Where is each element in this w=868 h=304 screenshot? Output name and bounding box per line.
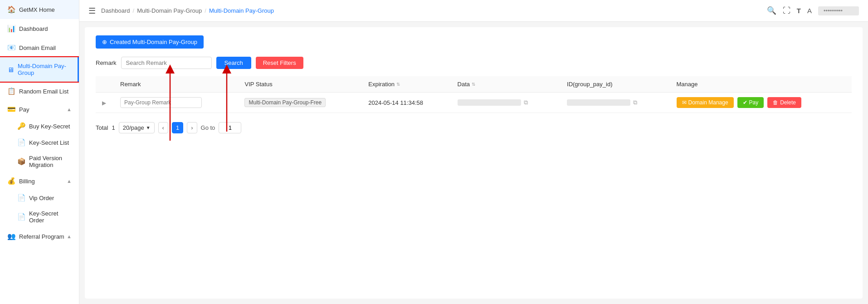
th-expand <box>96 76 114 93</box>
vip-icon: 📄 <box>17 194 25 202</box>
id-placeholder-bar <box>567 99 630 106</box>
sidebar-section-billing[interactable]: 💰 Billing ▲ <box>0 172 79 190</box>
th-id: ID(group_pay_id) <box>561 76 670 93</box>
billing-icon: 💰 <box>7 177 15 185</box>
action-buttons: ✉ Domain Manage ✔ Pay 🗑 Delete <box>677 97 845 108</box>
topbar: ☰ Dashboard / Multi-Domain Pay-Group / M… <box>79 0 868 22</box>
row-vip-status-cell: Multi-Domain Pay-Group-Free <box>238 93 362 113</box>
th-manage-label: Manage <box>677 81 698 88</box>
remark-label: Remark <box>96 59 117 66</box>
page-content: ⊕ Created Multi-Domain Pay-Group Remark … <box>85 27 863 299</box>
sidebar-item-multi-domain-label: Multi-Domain Pay-Group <box>18 63 70 76</box>
reset-filters-button[interactable]: Reset Filters <box>256 57 303 69</box>
vip-status-tag: Multi-Domain Pay-Group-Free <box>244 98 326 107</box>
expand-icon[interactable]: ⛶ <box>783 6 790 15</box>
row-remark-cell <box>114 93 238 113</box>
th-data-sort: Data ⇅ <box>458 81 475 88</box>
goto-input[interactable] <box>219 122 241 133</box>
sidebar-section-pay[interactable]: 💳 Pay ▲ <box>0 101 79 118</box>
th-data[interactable]: Data ⇅ <box>451 76 561 93</box>
th-expiration[interactable]: Expiration ⇅ <box>362 76 451 93</box>
sidebar-section-pay-label: Pay <box>19 106 29 113</box>
breadcrumb-sep-2: / <box>205 7 206 14</box>
th-vip-status: VIP Status <box>238 76 362 93</box>
breadcrumb: Dashboard / Multi-Domain Pay-Group / Mul… <box>101 7 274 14</box>
next-page-button[interactable]: › <box>187 122 197 133</box>
sidebar-item-domain-email[interactable]: 📧 Domain Email <box>0 38 79 57</box>
pay-label: Pay <box>749 99 759 106</box>
sidebar-item-buy-key[interactable]: 🔑 Buy Key-Secret <box>17 118 79 134</box>
id-bar: ⧉ <box>567 99 664 106</box>
page-size-select[interactable]: 20/page ▼ <box>119 122 155 133</box>
th-expiration-label: Expiration <box>368 81 395 88</box>
topbar-right: 🔍 ⛶ T A •••••••••• <box>767 6 859 15</box>
dashboard-icon: 📊 <box>7 25 15 33</box>
plus-icon: ⊕ <box>102 39 107 45</box>
data-bar: ⧉ <box>458 99 555 106</box>
page-size-chevron: ▼ <box>146 125 151 130</box>
prev-page-button[interactable]: ‹ <box>158 122 168 133</box>
sidebar-item-vip-order-label: Vip Order <box>29 195 54 201</box>
hamburger-icon[interactable]: ☰ <box>88 6 96 16</box>
copy-id-icon[interactable]: ⧉ <box>633 99 637 106</box>
expand-row-icon[interactable]: ▶ <box>102 100 106 106</box>
remark-field[interactable] <box>120 97 202 108</box>
table-header-row: Remark VIP Status Expiration ⇅ <box>96 76 852 93</box>
list-icon: 📄 <box>17 138 25 147</box>
row-data-cell: ⧉ <box>451 93 561 113</box>
breadcrumb-multi-domain[interactable]: Multi-Domain Pay-Group <box>137 7 202 14</box>
breadcrumb-dashboard[interactable]: Dashboard <box>101 7 130 14</box>
sidebar-item-home[interactable]: 🏠 GetMX Home <box>0 0 79 19</box>
create-multi-domain-button[interactable]: ⊕ Created Multi-Domain Pay-Group <box>96 35 204 49</box>
sidebar-sub-pay: 🔑 Buy Key-Secret 📄 Key-Secret List 📦 Pai… <box>0 118 79 172</box>
domain-manage-button[interactable]: ✉ Domain Manage <box>677 97 734 108</box>
copy-data-icon[interactable]: ⧉ <box>524 99 528 106</box>
sidebar-sub-billing: 📄 Vip Order 📄 Key-Secret Order <box>0 190 79 228</box>
search-button[interactable]: Search <box>216 57 251 69</box>
data-placeholder-bar <box>458 99 521 106</box>
total-label: Total <box>96 124 108 131</box>
sidebar-item-dashboard-label: Dashboard <box>19 25 48 32</box>
sort-expiration-icon: ⇅ <box>396 82 400 87</box>
multi-domain-icon: 🖥 <box>7 66 14 74</box>
table-row: ▶ Multi-Domain Pay-Group-Free 2024-05-14… <box>96 93 852 113</box>
sidebar-item-buy-key-label: Buy Key-Secret <box>29 123 70 130</box>
page-1-button[interactable]: 1 <box>172 122 183 133</box>
delete-label: Delete <box>780 99 796 106</box>
breadcrumb-sep-1: / <box>133 7 135 14</box>
sidebar-item-vip-order[interactable]: 📄 Vip Order <box>17 190 79 206</box>
pay-icon: 💳 <box>7 105 15 113</box>
breadcrumb-current: Multi-Domain Pay-Group <box>209 7 274 14</box>
page-size-label: 20/page <box>123 124 144 131</box>
sidebar-item-key-secret-list[interactable]: 📄 Key-Secret List <box>17 134 79 151</box>
create-button-label: Created Multi-Domain Pay-Group <box>110 39 197 45</box>
th-expiration-sort: Expiration ⇅ <box>368 81 400 88</box>
sidebar-item-paid-migration[interactable]: 📦 Paid Version Migration <box>17 151 79 172</box>
sidebar-item-key-secret-order[interactable]: 📄 Key-Secret Order <box>17 206 79 228</box>
main-area: ☰ Dashboard / Multi-Domain Pay-Group / M… <box>79 0 868 304</box>
th-manage: Manage <box>670 76 852 93</box>
goto-label: Go to <box>201 124 215 131</box>
filter-row: Remark Search Reset Filters <box>96 57 852 69</box>
sidebar-item-multi-domain[interactable]: 🖥 Multi-Domain Pay-Group <box>0 57 79 82</box>
referral-icon: 👥 <box>7 232 15 240</box>
sidebar-item-key-secret-order-label: Key-Secret Order <box>29 210 72 224</box>
expiration-value: 2024-05-14 11:34:58 <box>368 99 423 106</box>
data-table: Remark VIP Status Expiration ⇅ <box>96 76 852 113</box>
pay-button[interactable]: ✔ Pay <box>737 97 764 108</box>
search-icon[interactable]: 🔍 <box>767 6 776 15</box>
key-icon: 🔑 <box>17 122 25 130</box>
sidebar-item-key-secret-list-label: Key-Secret List <box>29 139 69 146</box>
sidebar-item-dashboard[interactable]: 📊 Dashboard <box>0 19 79 38</box>
sidebar-item-random-email[interactable]: 📋 Random Email List <box>0 82 79 101</box>
search-remark-input[interactable] <box>121 57 212 69</box>
font-icon[interactable]: T <box>797 7 801 15</box>
row-expand-cell: ▶ <box>96 93 114 113</box>
sidebar-item-random-email-label: Random Email List <box>19 88 68 95</box>
translate-icon[interactable]: A <box>807 7 812 15</box>
delete-button[interactable]: 🗑 Delete <box>767 97 801 108</box>
topbar-left: ☰ Dashboard / Multi-Domain Pay-Group / M… <box>88 6 274 16</box>
row-manage-cell: ✉ Domain Manage ✔ Pay 🗑 Delete <box>670 93 852 113</box>
sidebar-item-paid-migration-label: Paid Version Migration <box>29 155 72 168</box>
sidebar-section-referral[interactable]: 👥 Referral Program ▲ <box>0 228 79 245</box>
